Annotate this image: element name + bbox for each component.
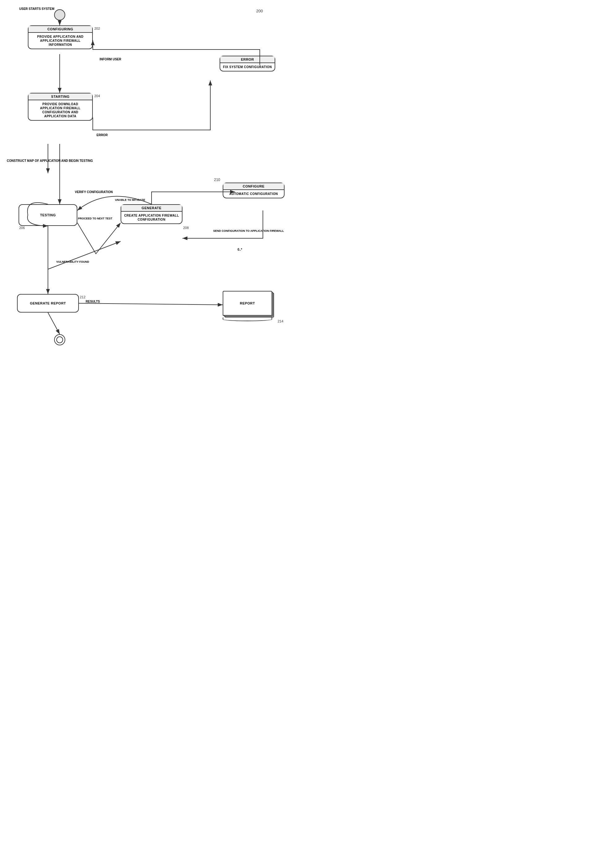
- report-doc-container: REPORT: [223, 291, 275, 319]
- configure-title: CONFIGURE: [223, 183, 284, 190]
- ref-214: 214: [278, 319, 283, 323]
- testing-label: TESTING: [19, 205, 77, 225]
- user-starts-label: USER STARTS SYSTEM: [18, 7, 55, 11]
- starting-body: PROVIDE DOWNLOAD APPLICATION FIREWALL CO…: [29, 100, 92, 120]
- start-terminal: [54, 9, 65, 20]
- construct-map-label: CONSTRUCT MAP OF APPLICATION AND BEGIN T…: [6, 158, 93, 163]
- configuring-body: PROVIDE APPLICATION AND APPLICATION FIRE…: [29, 33, 92, 49]
- starting-title: STARTING: [29, 93, 92, 100]
- ref-212: 212: [80, 295, 85, 299]
- error-body: FIX SYSTEM CONFIGURATION: [220, 63, 275, 71]
- starting-node: STARTING PROVIDE DOWNLOAD APPLICATION FI…: [28, 93, 93, 121]
- inform-user-label: INFORM USER: [99, 57, 122, 61]
- ref-210: 210: [214, 178, 220, 182]
- ref-202: 202: [94, 27, 100, 30]
- error-title: ERROR: [220, 56, 275, 63]
- unable-mitigate-label: UNABLE TO MITIGATE: [114, 198, 145, 202]
- generate-body: CREATE APPLICATION FIREWALL CONFIGURATIO…: [121, 212, 182, 223]
- configure-body: AUTOMATIC CONFIGURATION: [223, 190, 284, 198]
- ref-200: 200: [256, 9, 263, 13]
- error-node: ERROR FIX SYSTEM CONFIGURATION: [220, 56, 275, 71]
- ref-206: 206: [19, 226, 25, 230]
- generate-report-label: GENERATE REPORT: [18, 294, 78, 312]
- send-config-label: SEND CONFIGURATION TO APPLICATION FIREWA…: [212, 229, 285, 233]
- ref-208: 208: [183, 226, 189, 230]
- configuring-title: CONFIGURING: [29, 26, 92, 33]
- vulnerability-found-label: VULNERABILITY FOUND: [56, 260, 90, 264]
- proceed-next-label: PROCEED TO NEXT TEST: [77, 217, 113, 221]
- error-arrow-label: ERROR: [96, 133, 108, 137]
- testing-node: TESTING: [18, 204, 77, 226]
- ref-204: 204: [94, 94, 100, 98]
- generate-report-node: GENERATE REPORT: [17, 294, 79, 313]
- configuring-node: CONFIGURING PROVIDE APPLICATION AND APPL…: [28, 25, 93, 49]
- verify-config-label: VERIFY CONFIGURATION: [74, 190, 113, 194]
- diagram-container: 200 USER STARTS SYSTEM CONFIGURING PROVI…: [0, 0, 300, 433]
- report-node: REPORT: [223, 291, 272, 316]
- generate-node: GENERATE CREATE APPLICATION FIREWALL CON…: [121, 204, 182, 224]
- generate-title: GENERATE: [121, 205, 182, 212]
- end-terminal-outer: [54, 334, 65, 345]
- zero-star-label: 0..*: [237, 247, 243, 252]
- configure-node: CONFIGURE AUTOMATIC CONFIGURATION: [223, 182, 285, 198]
- svg-line-8: [48, 313, 60, 334]
- results-label: RESULTS: [85, 299, 100, 303]
